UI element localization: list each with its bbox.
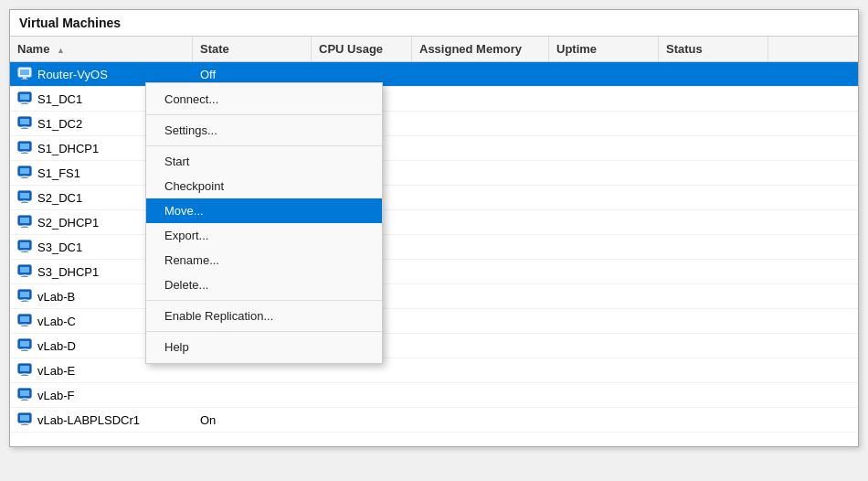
vm-uptime <box>549 343 659 348</box>
vm-uptime <box>549 71 659 77</box>
table-header: Name ▲ State CPU Usage Assigned Memory U… <box>10 37 858 62</box>
vm-name: S1_DC1 <box>37 92 82 106</box>
vm-cpu <box>312 71 412 77</box>
vm-icon <box>17 166 32 180</box>
vm-icon <box>17 388 32 402</box>
svg-rect-73 <box>23 422 26 424</box>
svg-rect-64 <box>21 375 28 376</box>
vm-cpu <box>312 417 412 422</box>
vm-memory <box>412 71 549 77</box>
svg-rect-44 <box>21 276 28 277</box>
vm-status <box>659 96 768 102</box>
col-header-uptime[interactable]: Uptime <box>549 37 659 61</box>
svg-rect-62 <box>20 366 29 371</box>
vm-name: vLab-C <box>37 315 76 328</box>
vm-name: S1_DC2 <box>37 117 82 131</box>
context-menu: Connect...Settings...StartCheckpointMove… <box>145 82 383 364</box>
svg-rect-37 <box>20 242 29 248</box>
menu-separator <box>146 114 382 115</box>
vm-status <box>659 145 768 151</box>
svg-rect-14 <box>21 128 28 129</box>
menu-separator <box>146 331 382 332</box>
col-header-status[interactable]: Status <box>659 37 768 61</box>
vm-name: S3_DHCP1 <box>37 265 99 279</box>
svg-rect-8 <box>23 102 26 103</box>
vm-memory <box>412 244 549 250</box>
vm-name: vLab-B <box>37 290 75 304</box>
menu-item-connect[interactable]: Connect... <box>146 87 382 112</box>
table-row[interactable]: S2_DHCP1 <box>10 210 858 235</box>
menu-item-checkpoint[interactable]: Checkpoint <box>146 174 382 198</box>
vm-memory <box>412 392 549 398</box>
menu-item-delete[interactable]: Delete... <box>146 273 382 297</box>
svg-rect-17 <box>20 144 29 149</box>
svg-rect-72 <box>20 415 29 421</box>
menu-item-rename[interactable]: Rename... <box>146 248 382 273</box>
col-header-memory[interactable]: Assigned Memory <box>412 37 549 61</box>
table-row[interactable]: vLab-B <box>10 284 858 309</box>
svg-rect-74 <box>21 424 28 425</box>
svg-rect-24 <box>21 177 28 178</box>
vm-uptime <box>549 417 659 422</box>
table-row[interactable]: vLab-F <box>10 383 858 408</box>
vm-uptime <box>549 195 659 200</box>
vm-memory <box>412 96 549 102</box>
table-row[interactable]: S1_DHCP1 <box>10 136 858 161</box>
vm-name: S1_DHCP1 <box>37 142 99 155</box>
svg-rect-18 <box>23 151 26 153</box>
vm-icon <box>17 289 32 304</box>
svg-rect-13 <box>23 126 26 128</box>
vm-icon <box>17 190 32 205</box>
vm-icon <box>17 141 32 155</box>
table-row[interactable]: S1_DC1 <box>10 87 858 112</box>
svg-rect-7 <box>20 94 29 100</box>
svg-rect-3 <box>23 77 26 79</box>
vm-status <box>659 71 768 77</box>
table-row[interactable]: Router-VyOS Off <box>10 62 858 87</box>
vm-name: S2_DHCP1 <box>37 216 99 230</box>
vm-memory <box>412 343 549 348</box>
table-row[interactable]: S1_FS1 <box>10 161 858 186</box>
svg-rect-19 <box>21 153 28 154</box>
vm-memory <box>412 417 549 422</box>
vm-state: On <box>193 411 312 430</box>
svg-rect-34 <box>21 227 28 228</box>
vm-status <box>659 417 768 422</box>
vm-icon <box>17 264 32 279</box>
table-row[interactable]: S3_DHCP1 <box>10 260 858 284</box>
svg-rect-28 <box>23 200 26 202</box>
svg-rect-9 <box>21 103 28 104</box>
vm-memory <box>412 269 549 274</box>
vm-status <box>659 219 768 225</box>
menu-item-help[interactable]: Help <box>146 335 382 359</box>
vm-uptime <box>549 96 659 102</box>
col-header-name[interactable]: Name ▲ <box>10 37 193 61</box>
vm-name: vLab-F <box>37 389 74 402</box>
table-row[interactable]: S1_DC2 <box>10 112 858 136</box>
vm-uptime <box>549 392 659 398</box>
menu-item-start[interactable]: Start <box>146 149 382 174</box>
svg-rect-53 <box>23 324 26 326</box>
menu-item-export[interactable]: Export... <box>146 223 382 248</box>
table-row[interactable]: vLab-E <box>10 358 858 383</box>
vm-status <box>659 392 768 398</box>
vm-memory <box>412 294 549 299</box>
svg-rect-49 <box>21 301 28 302</box>
table-row[interactable]: S3_DC1 <box>10 235 858 260</box>
table-row[interactable]: S2_DC1 <box>10 186 858 210</box>
table-row[interactable]: vLab-LABPLSDCr1 On <box>10 408 858 433</box>
vm-name: S3_DC1 <box>37 240 82 254</box>
vm-memory <box>412 219 549 225</box>
col-header-cpu[interactable]: CPU Usage <box>312 37 412 61</box>
vm-name: Router-VyOS <box>37 68 108 81</box>
table-row[interactable]: vLab-C <box>10 309 858 334</box>
svg-rect-38 <box>23 250 26 251</box>
menu-item-enableReplication[interactable]: Enable Replication... <box>146 304 382 328</box>
col-header-state[interactable]: State <box>193 37 312 61</box>
menu-item-settings[interactable]: Settings... <box>146 118 382 143</box>
vm-memory <box>412 195 549 200</box>
menu-item-move[interactable]: Move... <box>146 198 382 223</box>
svg-rect-63 <box>23 373 26 375</box>
svg-rect-39 <box>21 251 28 252</box>
table-row[interactable]: vLab-D <box>10 334 858 358</box>
